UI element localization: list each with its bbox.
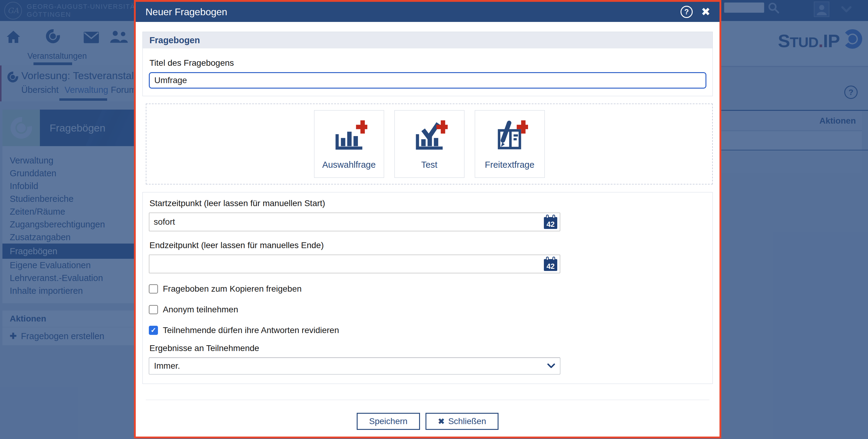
bar-chart-plus-icon <box>331 120 367 152</box>
end-datepicker-button[interactable]: 42 <box>544 257 558 271</box>
questionnaire-section: Fragebogen Titel des Fragebogens <box>143 32 713 96</box>
results-field-label: Ergebnisse an Teilnehmende <box>149 343 706 353</box>
save-button[interactable]: Speichern <box>357 413 420 430</box>
dialog-help-icon[interactable]: ? <box>681 6 693 18</box>
freetext-question-label: Freitextfrage <box>485 160 534 170</box>
section-title: Fragebogen <box>143 32 712 49</box>
close-x-icon: ✖ <box>438 417 445 426</box>
studip-page: GA GEORG-AUGUST-UNIVERSITÄT GÖTTINGEN <box>0 0 868 439</box>
svg-text:42: 42 <box>547 262 555 270</box>
anonymous-label: Anonym teilnehmen <box>163 305 238 315</box>
results-select[interactable]: Immer. <box>149 357 560 375</box>
test-question-label: Test <box>421 160 437 170</box>
pencil-document-plus-icon <box>492 120 528 152</box>
dialog-footer: Speichern ✖ Schließen <box>136 413 719 430</box>
add-test-question-button[interactable]: Test <box>395 110 464 178</box>
title-field-label: Titel des Fragebogens <box>149 58 706 68</box>
anonymous-checkbox-row[interactable]: ✓ Anonym teilnehmen <box>149 304 706 315</box>
dialog-close-icon[interactable]: ✖ <box>701 6 710 17</box>
choice-question-label: Auswahlfrage <box>322 160 376 170</box>
results-select-value: Immer. <box>154 361 547 371</box>
start-datetime-input[interactable] <box>149 212 560 231</box>
add-choice-question-button[interactable]: Auswahlfrage <box>314 110 384 178</box>
calendar-icon: 42 <box>544 257 558 271</box>
revise-answers-checkbox[interactable]: ✓ <box>149 326 158 335</box>
start-datepicker-button[interactable]: 42 <box>544 215 558 229</box>
calendar-icon: 42 <box>544 215 558 229</box>
settings-section: Startzeitpunkt (leer lassen für manuelle… <box>143 192 713 384</box>
close-button[interactable]: ✖ Schließen <box>426 413 498 430</box>
add-freetext-question-button[interactable]: Freitextfrage <box>475 110 545 178</box>
copy-release-checkbox[interactable]: ✓ <box>149 284 158 293</box>
start-field-label: Startzeitpunkt (leer lassen für manuelle… <box>149 199 706 208</box>
revise-answers-checkbox-row[interactable]: ✓ Teilnehmende dürfen ihre Antworten rev… <box>149 325 706 335</box>
revise-answers-label: Teilnehmende dürfen ihre Antworten revid… <box>163 325 339 335</box>
dialog-title-bar: Neuer Fragebogen ? ✖ <box>136 2 719 22</box>
end-field-label: Endzeitpunkt (leer lassen für manuelles … <box>149 240 706 250</box>
anonymous-checkbox[interactable]: ✓ <box>149 305 158 314</box>
question-type-dropzone: Auswahlfrage Test <box>146 104 713 184</box>
dialog-title: Neuer Fragebogen <box>146 6 681 18</box>
test-check-chart-plus-icon <box>411 120 448 152</box>
new-questionnaire-dialog: Neuer Fragebogen ? ✖ Fragebogen Titel de… <box>134 0 721 438</box>
questionnaire-title-input[interactable] <box>149 72 706 89</box>
copy-release-checkbox-row[interactable]: ✓ Frageboben zum Kopieren freigeben <box>149 284 706 294</box>
select-chevron-down-icon <box>547 363 555 369</box>
end-datetime-input[interactable] <box>149 255 560 273</box>
copy-release-label: Frageboben zum Kopieren freigeben <box>163 284 302 294</box>
svg-text:42: 42 <box>547 220 555 228</box>
